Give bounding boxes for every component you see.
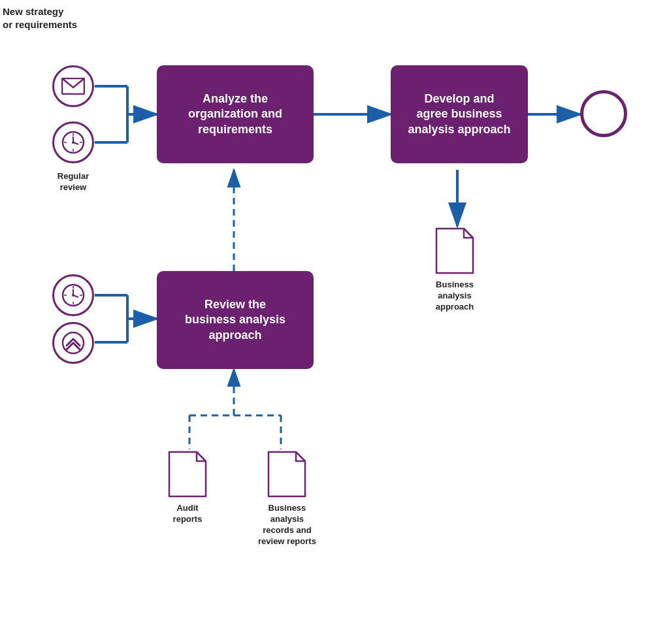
chevron-icon-circle <box>52 322 94 364</box>
analyze-box: Analyze theorganization andrequirements <box>157 65 314 163</box>
clock-top-icon-circle <box>52 121 94 163</box>
ba-approach-doc: Businessanalysisapproach <box>434 226 476 313</box>
svg-marker-37 <box>436 229 473 273</box>
clock-bottom-icon <box>61 283 86 308</box>
svg-marker-38 <box>169 452 206 496</box>
ba-records-label: Businessanalysisrecords andreview report… <box>258 503 316 547</box>
ba-approach-doc-label: Businessanalysisapproach <box>436 280 474 313</box>
envelope-icon <box>61 78 85 95</box>
document-icon-ba-approach <box>434 226 476 276</box>
audit-reports-label: Auditreports <box>173 503 203 525</box>
document-icon-audit <box>167 449 208 499</box>
chevron-up-icon <box>61 331 85 355</box>
arrows-svg <box>0 0 669 644</box>
regular-review-label: Regularreview <box>47 171 99 193</box>
svg-line-27 <box>73 142 78 144</box>
new-strategy-label: New strategyor requirements <box>3 5 77 31</box>
end-circle <box>580 90 627 137</box>
diagram-container: New strategyor requirements Regularrevie… <box>0 0 669 644</box>
review-box: Review thebusiness analysisapproach <box>157 271 314 369</box>
ba-records-doc: Businessanalysisrecords andreview report… <box>258 449 316 547</box>
clock-top-icon <box>61 130 86 155</box>
svg-line-35 <box>73 295 78 297</box>
document-icon-ba-records <box>266 449 308 499</box>
develop-box: Develop andagree businessanalysis approa… <box>391 65 528 163</box>
audit-reports-doc: Auditreports <box>167 449 208 525</box>
clock-bottom-icon-circle <box>52 274 94 316</box>
svg-marker-39 <box>269 452 305 496</box>
email-icon-circle <box>52 65 94 107</box>
